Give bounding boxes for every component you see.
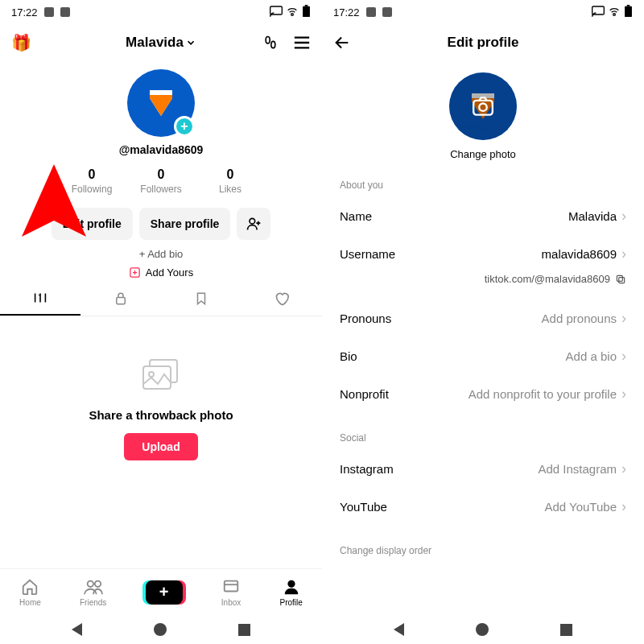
footprint-icon[interactable] [262, 35, 279, 51]
tab-saved[interactable] [161, 291, 242, 316]
chevron-right-icon: › [621, 246, 626, 262]
nav-create[interactable]: + [146, 580, 183, 605]
add-bio-button[interactable]: + Add bio [0, 248, 322, 260]
stat-following[interactable]: 0 Following [57, 167, 126, 195]
status-indicator-icon [382, 7, 392, 17]
row-bio[interactable]: Bio Add a bio› [322, 337, 644, 375]
svg-point-14 [287, 580, 295, 587]
stats-row: 0 Following 0 Followers 0 Likes [0, 167, 322, 195]
plus-badge-icon[interactable]: + [174, 116, 195, 137]
row-instagram[interactable]: Instagram Add Instagram› [322, 450, 644, 488]
stat-likes[interactable]: 0 Likes [196, 167, 265, 195]
back-button[interactable] [333, 34, 351, 52]
home-icon [20, 578, 39, 596]
inbox-icon [221, 578, 241, 596]
photo-stack-icon [138, 357, 184, 395]
copy-icon [615, 274, 626, 285]
wifi-icon [608, 6, 621, 19]
row-value: Add nonprofit to your profile [469, 387, 617, 401]
upload-button[interactable]: Upload [124, 433, 197, 460]
share-profile-button[interactable]: Share profile [139, 208, 231, 240]
feed-tabs [0, 291, 322, 316]
nav-label: Profile [280, 598, 303, 607]
chevron-down-icon [185, 37, 196, 48]
cast-icon [270, 6, 283, 19]
empty-message: Share a throwback photo [0, 408, 322, 422]
row-value: Add pronouns [542, 312, 617, 325]
change-photo-label[interactable]: Change photo [450, 148, 516, 160]
add-yours-label: Add Yours [146, 266, 193, 279]
svg-point-4 [271, 41, 275, 47]
svg-rect-7 [117, 298, 126, 304]
tab-liked[interactable] [242, 291, 322, 316]
chevron-right-icon: › [621, 310, 626, 327]
sys-back-icon[interactable] [72, 623, 82, 636]
status-bar: 17:22 [0, 0, 322, 24]
svg-rect-1 [303, 6, 310, 16]
nav-label: Inbox [221, 598, 241, 607]
nav-home[interactable]: Home [19, 578, 41, 607]
sys-recents-icon[interactable] [560, 624, 572, 636]
tab-grid[interactable] [0, 291, 80, 316]
svg-point-19 [479, 103, 486, 110]
profile-link[interactable]: tiktok.com/@malavida8609 [322, 273, 644, 291]
system-nav [322, 615, 644, 644]
row-key: Bio [340, 349, 357, 363]
sys-back-icon[interactable] [394, 623, 404, 636]
tab-private[interactable] [80, 291, 161, 316]
svg-rect-13 [225, 580, 238, 591]
gift-icon[interactable]: 🎁 [11, 33, 31, 52]
svg-rect-17 [627, 5, 630, 6]
row-nonprofit[interactable]: Nonprofit Add nonprofit to your profile› [322, 375, 644, 413]
phone-left: 17:22 🎁 Malavida [0, 0, 322, 644]
bottom-nav: Home Friends + Inbox Profile [0, 568, 322, 615]
profile-content: malavida.com + @malavida8609 0 Following… [0, 61, 322, 568]
chevron-right-icon: › [621, 348, 626, 365]
sys-home-icon[interactable] [154, 623, 167, 636]
status-indicator-icon [366, 7, 376, 17]
edit-profile-button[interactable]: Edit profile [52, 208, 133, 240]
row-name[interactable]: Name Malavida› [322, 197, 644, 235]
stat-num: 0 [196, 167, 265, 182]
stat-label: Followers [126, 184, 196, 195]
status-time: 17:22 [333, 6, 360, 19]
row-value: Add Instagram [538, 462, 617, 476]
empty-state: Share a throwback photo Upload [0, 316, 322, 460]
row-youtube[interactable]: YouTube Add YouTube› [322, 488, 644, 526]
stat-num: 0 [57, 167, 126, 182]
svg-point-5 [250, 218, 255, 224]
add-yours-button[interactable]: Add Yours [0, 266, 322, 279]
chevron-right-icon: › [621, 208, 626, 225]
nav-friends[interactable]: Friends [80, 578, 106, 607]
account-switcher[interactable]: Malavida [126, 35, 196, 51]
chevron-right-icon: › [621, 498, 626, 515]
page-title: Edit profile [448, 35, 519, 51]
sys-home-icon[interactable] [476, 623, 489, 636]
top-bar: Edit profile [322, 24, 644, 61]
nav-profile[interactable]: Profile [280, 578, 303, 607]
stat-followers[interactable]: 0 Followers [126, 167, 196, 195]
stat-label: Following [57, 184, 126, 195]
menu-icon[interactable] [293, 35, 311, 50]
svg-point-3 [266, 37, 270, 43]
status-bar: 17:22 [322, 0, 644, 24]
avatar[interactable]: malavida.com + [127, 69, 195, 137]
svg-rect-16 [625, 6, 632, 16]
account-name: Malavida [126, 35, 184, 51]
nav-inbox[interactable]: Inbox [221, 578, 241, 607]
status-indicator-icon [44, 7, 54, 17]
change-photo-avatar[interactable]: malavida.com [449, 72, 517, 140]
row-pronouns[interactable]: Pronouns Add pronouns› [322, 299, 644, 337]
wifi-icon [286, 6, 299, 19]
section-display-order: Change display order [322, 526, 644, 563]
row-username[interactable]: Username malavida8609› [322, 235, 644, 273]
profile-link-text: tiktok.com/@malavida8609 [485, 273, 610, 285]
battery-icon [302, 5, 311, 20]
row-value: malavida8609 [542, 247, 617, 261]
row-key: Name [340, 209, 372, 223]
add-friend-button[interactable] [237, 208, 270, 240]
section-about: About you [322, 160, 644, 197]
battery-icon [624, 5, 633, 20]
stat-label: Likes [196, 184, 265, 195]
sys-recents-icon[interactable] [238, 624, 250, 636]
